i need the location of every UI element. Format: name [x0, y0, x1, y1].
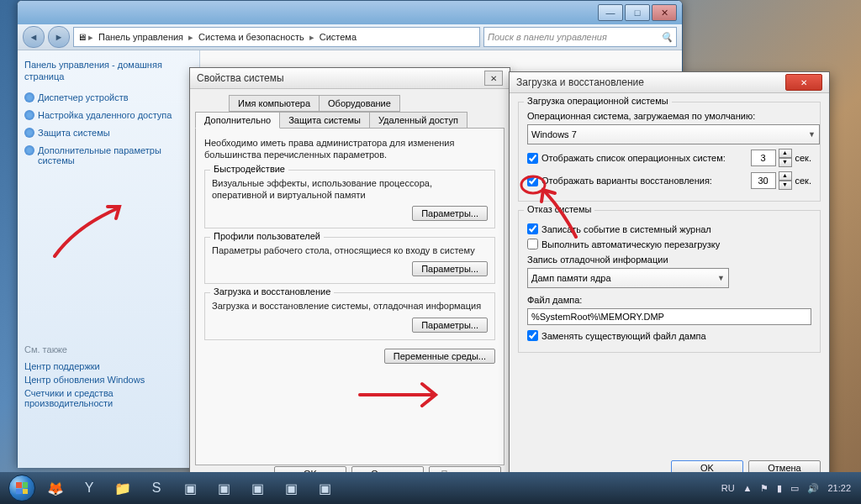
system-tray: RU ▲ ⚑ ▮ ▭ 🔊 21:22 [721, 483, 856, 494]
taskbar-app5[interactable]: ▣ [308, 475, 341, 501]
maximize-button[interactable]: □ [625, 4, 650, 21]
auto-restart-checkbox[interactable] [527, 239, 538, 249]
default-os-label: Операционная система, загружаемая по умо… [527, 111, 811, 121]
startup-close-button[interactable]: ✕ [785, 74, 822, 91]
startup-titlebar: Загрузка и восстановление ✕ [510, 72, 829, 93]
seconds-label-2: сек. [795, 176, 812, 186]
taskbar-skype[interactable]: S [140, 475, 173, 501]
startup-title: Загрузка и восстановление [210, 286, 334, 297]
close-button[interactable]: ✕ [652, 4, 677, 21]
tray-chevron-icon[interactable]: ▲ [743, 483, 753, 493]
taskbar-app2[interactable]: ▣ [207, 475, 240, 501]
tab-computer-name[interactable]: Имя компьютера [229, 95, 320, 112]
sysprop-body: Необходимо иметь права администратора дл… [195, 128, 504, 465]
minimize-button[interactable]: — [598, 4, 623, 21]
failure-legend: Отказ системы [524, 204, 594, 214]
nav-bar: ◄ ► 🖥 ▸ Панель управления ▸ Система и бе… [18, 24, 682, 50]
computer-icon: 🖥 [77, 32, 87, 42]
show-recovery-label: Отображать варианты восстановления: [541, 176, 747, 186]
crumb-system-security[interactable]: Система и безопасность [195, 32, 308, 42]
taskbar-explorer[interactable]: 📁 [106, 475, 140, 501]
dump-file-label: Файл дампа: [527, 295, 811, 305]
show-recovery-spinner[interactable]: ▲▼ [779, 171, 792, 190]
taskbar-yandex[interactable]: Y [72, 475, 106, 501]
dump-file-input[interactable] [527, 308, 811, 325]
show-recovery-seconds-input[interactable] [751, 172, 776, 189]
tray-volume-icon[interactable]: 🔊 [807, 483, 819, 494]
sidebar-home-link[interactable]: Панель управления - домашняя страница [24, 59, 193, 83]
tray-battery-icon[interactable]: ▭ [790, 483, 799, 494]
sidebar: Панель управления - домашняя страница Ди… [18, 50, 200, 468]
taskbar-app3[interactable]: ▣ [240, 475, 274, 501]
system-properties-dialog: Свойства системы ✕ Имя компьютера Оборуд… [189, 67, 510, 489]
sidebar-device-manager[interactable]: Диспетчер устройств [24, 90, 193, 105]
default-os-select[interactable]: Windows 7 ▼ [527, 124, 820, 144]
explorer-titlebar: — □ ✕ [18, 1, 682, 24]
env-variables-button[interactable]: Переменные среды... [384, 349, 495, 364]
profiles-settings-button[interactable]: Параметры... [412, 261, 488, 276]
debug-info-select[interactable]: Дамп памяти ядра ▼ [527, 268, 729, 288]
sidebar-action-center[interactable]: Центр поддержки [24, 360, 193, 373]
startup-body: Загрузка операционной системы Операционн… [510, 93, 829, 370]
tray-network-icon[interactable]: ▮ [777, 483, 782, 494]
startup-dialog-title: Загрузка и восстановление [516, 76, 644, 88]
log-event-label: Записать событие в системный журнал [541, 224, 711, 234]
performance-title: Быстродействие [210, 164, 288, 174]
sysprop-close-button[interactable]: ✕ [484, 71, 503, 86]
tab-hardware[interactable]: Оборудование [319, 95, 400, 112]
search-placeholder: Поиск в панели управления [488, 32, 607, 42]
seconds-label: сек. [795, 153, 812, 163]
sysprop-tabs-row1: Имя компьютера Оборудование [195, 94, 504, 111]
performance-settings-button[interactable]: Параметры... [412, 206, 488, 221]
overwrite-dump-checkbox[interactable] [527, 330, 538, 341]
tray-flag-icon[interactable]: ⚑ [760, 483, 769, 494]
sysprop-tabs-row2: Дополнительно Защита системы Удаленный д… [195, 111, 504, 128]
show-os-list-label: Отображать список операционных систем: [541, 153, 747, 163]
startup-group: Загрузка и восстановление Загрузка и вос… [204, 292, 495, 339]
sysprop-titlebar: Свойства системы ✕ [190, 68, 510, 89]
show-os-seconds-input[interactable] [751, 150, 776, 166]
show-recovery-checkbox[interactable] [527, 176, 538, 186]
failure-fieldset: Отказ системы Записать событие в системн… [518, 210, 821, 353]
sidebar-perf-tools[interactable]: Счетчики и средства производительности [24, 386, 193, 410]
sidebar-system-protection[interactable]: Защита системы [24, 125, 193, 140]
show-os-list-checkbox[interactable] [527, 153, 538, 164]
debug-info-label: Запись отладочной информации [527, 255, 811, 265]
boot-fieldset: Загрузка операционной системы Операционн… [518, 102, 821, 202]
tab-system-protection[interactable]: Защита системы [279, 112, 370, 129]
profiles-group: Профили пользователей Параметры рабочего… [204, 237, 495, 284]
taskbar-app1[interactable]: ▣ [173, 475, 207, 501]
back-button[interactable]: ◄ [23, 26, 45, 48]
chevron-down-icon: ▼ [717, 274, 725, 282]
overwrite-dump-label: Заменять существующий файл дампа [541, 331, 706, 341]
profiles-text: Параметры рабочего стола, относящиеся ко… [212, 244, 488, 256]
crumb-system[interactable]: Система [316, 32, 360, 42]
show-os-spinner[interactable]: ▲▼ [779, 149, 792, 167]
startup-settings-button[interactable]: Параметры... [412, 318, 488, 333]
tray-lang[interactable]: RU [721, 483, 735, 493]
breadcrumb[interactable]: 🖥 ▸ Панель управления ▸ Система и безопа… [73, 27, 480, 47]
start-button[interactable] [5, 475, 39, 501]
performance-group: Быстродействие Визуальные эффекты, испол… [204, 170, 495, 229]
forward-button[interactable]: ► [48, 26, 70, 48]
sidebar-advanced-settings[interactable]: Дополнительные параметры системы [24, 143, 193, 168]
tray-clock[interactable]: 21:22 [827, 483, 851, 493]
startup-recovery-dialog: Загрузка и восстановление ✕ Загрузка опе… [509, 71, 830, 485]
taskbar-app4[interactable]: ▣ [274, 475, 308, 501]
performance-text: Визуальные эффекты, использование процес… [212, 177, 488, 202]
taskbar: 🦊 Y 📁 S ▣ ▣ ▣ ▣ ▣ RU ▲ ⚑ ▮ ▭ 🔊 21:22 [0, 472, 861, 504]
search-icon: 🔍 [661, 32, 673, 43]
taskbar-firefox[interactable]: 🦊 [39, 475, 72, 501]
search-input[interactable]: Поиск в панели управления 🔍 [483, 27, 677, 47]
sidebar-remote-settings[interactable]: Настройка удаленного доступа [24, 108, 193, 123]
chevron-down-icon: ▼ [808, 130, 816, 139]
profiles-title: Профили пользователей [210, 231, 324, 241]
startup-text: Загрузка и восстановление системы, отлад… [212, 300, 488, 312]
tab-remote[interactable]: Удаленный доступ [369, 112, 467, 129]
log-event-checkbox[interactable] [527, 223, 538, 234]
crumb-control-panel[interactable]: Панель управления [95, 32, 187, 42]
auto-restart-label: Выполнить автоматическую перезагрузку [541, 239, 720, 249]
sysprop-title: Свойства системы [197, 72, 284, 84]
tab-advanced[interactable]: Дополнительно [195, 112, 280, 129]
sidebar-windows-update[interactable]: Центр обновления Windows [24, 373, 193, 386]
